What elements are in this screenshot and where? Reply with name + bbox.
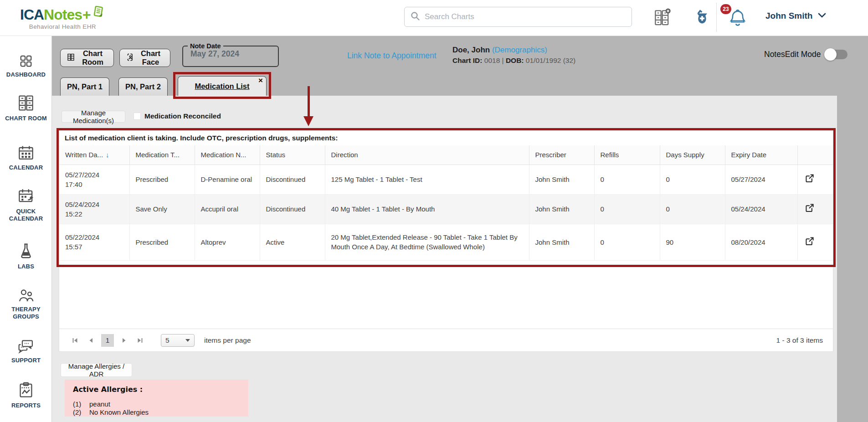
previous-page-button[interactable] (85, 335, 97, 346)
icanotes-logo[interactable]: ICANotes+ Behavioral Health EHR (20, 6, 105, 30)
active-allergies-title: Active Allergies : (73, 385, 248, 394)
logo-document-icon (92, 5, 105, 23)
cell-status: Discontinued (260, 194, 325, 224)
search-icon (410, 11, 420, 23)
sidebar-item-reports[interactable]: REPORTS (0, 381, 52, 409)
sidebar-item-dashboard[interactable]: DASHBOARD (0, 54, 52, 78)
sidebar-label: DASHBOARD (0, 71, 52, 78)
cell-name: Accupril oral (195, 194, 260, 224)
sidebar-item-support[interactable]: SUPPORT (0, 338, 52, 364)
cell-prescriber: John Smith (529, 194, 594, 224)
report-clipboard-icon (18, 392, 34, 400)
cell-days-supply: 0 (660, 165, 725, 194)
tab-pn-part-2[interactable]: PN, Part 2 (118, 77, 168, 96)
tab-pn-part-1[interactable]: PN, Part 1 (60, 77, 109, 96)
medication-grid: List of medication client is taking. Inc… (59, 130, 833, 352)
note-date-field: Note Date May 27, 2024 (182, 42, 279, 67)
sidebar-item-calendar[interactable]: CALENDAR (0, 144, 52, 171)
manage-allergies-button[interactable]: Manage Allergies / ADR (61, 363, 132, 377)
page-size-dropdown[interactable]: 5 (161, 334, 195, 347)
user-menu[interactable]: John Smith (765, 11, 826, 21)
allergy-index: (1) (73, 400, 89, 408)
sidebar-item-labs[interactable]: LABS (0, 242, 52, 270)
allergy-item: (2)No Known Allergies (73, 408, 248, 417)
note-date-value: May 27, 2024 (190, 49, 278, 59)
cell-direction: 125 Mg Tablet - 1 Tablet - Test (325, 165, 529, 194)
demographics-link[interactable]: (Demographics) (492, 46, 547, 54)
chevron-down-icon (818, 12, 826, 20)
open-medication-icon[interactable] (804, 172, 816, 186)
manage-medications-button[interactable]: Manage Medication(s) (62, 111, 125, 123)
items-per-page-label: items per page (204, 336, 251, 345)
search-input[interactable] (425, 12, 626, 21)
dob-label: DOB: (506, 57, 524, 64)
tab-label: Medication List (195, 82, 249, 91)
column-actions (797, 145, 833, 165)
cell-written-date: 05/27/202417:40 (59, 165, 129, 194)
column-expiry-date[interactable]: Expiry Date (725, 145, 797, 165)
tab-medication-list[interactable]: Medication List × (178, 76, 267, 96)
sidebar-label: REPORTS (0, 402, 52, 409)
tab-label: PN, Part 1 (67, 82, 103, 91)
pharmacy-add-icon[interactable] (694, 9, 710, 28)
table-header-row: Written Da...↓ Medication T... Medicatio… (59, 145, 833, 165)
chart-room-button-icon (67, 53, 75, 63)
column-refills[interactable]: Refills (594, 145, 660, 165)
table-row[interactable]: 05/24/202415:22 Save Only Accupril oral … (59, 194, 833, 224)
cell-name: Altoprev (195, 224, 260, 260)
chart-face-button[interactable]: Chart Face (119, 49, 170, 67)
notes-edit-mode: NotesEdit Mode (764, 50, 847, 59)
sidebar-item-quick-calendar[interactable]: QUICK CALENDAR (0, 188, 52, 222)
next-page-button[interactable] (118, 335, 130, 346)
cell-refills: 0 (594, 165, 660, 194)
chart-cabinet-add-icon[interactable] (653, 8, 671, 29)
cell-expiry: 05/27/2024 (725, 165, 797, 194)
cell-prescriber: John Smith (529, 224, 594, 260)
sidebar-label: LABS (0, 263, 52, 270)
sidebar-item-therapy-groups[interactable]: THERAPY GROUPS (0, 288, 52, 320)
column-status[interactable]: Status (260, 145, 325, 165)
user-name: John Smith (765, 11, 812, 21)
tab-close-icon[interactable]: × (258, 77, 263, 84)
column-prescriber[interactable]: Prescriber (529, 145, 594, 165)
column-medication-name[interactable]: Medication N... (195, 145, 260, 165)
open-medication-icon[interactable] (804, 202, 816, 216)
chart-room-button[interactable]: Chart Room (60, 49, 114, 67)
page-number-button[interactable]: 1 (101, 334, 114, 347)
column-written-date[interactable]: Written Da...↓ (59, 145, 129, 165)
column-direction[interactable]: Direction (325, 145, 529, 165)
allergy-name: No Known Allergies (89, 408, 149, 416)
people-icon (17, 296, 35, 304)
main-content: Chart Room Chart Face Note Date May 27, … (52, 36, 868, 422)
logo-subtitle: Behavioral Health EHR (20, 23, 105, 30)
cell-direction: 20 Mg Tablet,Extended Release - 90 Table… (325, 224, 529, 260)
cell-expiry: 05/24/2024 (725, 194, 797, 224)
notifications-bell-icon[interactable] (728, 8, 747, 30)
header-divider (716, 3, 717, 32)
table-row[interactable]: 05/27/202417:40 Prescribed D-Penamine or… (59, 165, 833, 194)
sidebar-label: QUICK CALENDAR (0, 208, 52, 222)
page-size-value: 5 (165, 336, 169, 345)
cell-days-supply: 90 (660, 224, 725, 260)
medication-table: Written Da...↓ Medication T... Medicatio… (59, 145, 833, 261)
column-days-supply[interactable]: Days Supply (660, 145, 725, 165)
cell-type: Prescribed (129, 165, 195, 194)
column-medication-type[interactable]: Medication T... (129, 145, 195, 165)
dropdown-caret-icon (185, 339, 190, 342)
table-row[interactable]: 05/22/202415:57 Prescribed Altoprev Acti… (59, 224, 833, 260)
link-note-to-appointment[interactable]: Link Note to Appointment (347, 51, 437, 61)
last-page-button[interactable] (134, 335, 146, 346)
first-page-button[interactable] (69, 335, 81, 346)
open-medication-icon[interactable] (804, 235, 816, 249)
notes-edit-mode-toggle[interactable] (826, 50, 847, 59)
app-header: ICANotes+ Behavioral Health EHR (0, 0, 868, 36)
sidebar-item-chart-room[interactable]: CHART ROOM (0, 94, 52, 122)
sidebar-label: CALENDAR (0, 164, 52, 171)
note-date-label: Note Date (188, 42, 223, 50)
cell-status: Discontinued (260, 165, 325, 194)
chart-room-button-label: Chart Room (78, 49, 107, 67)
grid-pager: 1 5 items per page 1 - 3 of 3 items (59, 329, 833, 351)
chart-face-button-icon (126, 53, 134, 63)
notes-edit-mode-label: NotesEdit Mode (764, 50, 821, 59)
medication-reconciled-checkbox[interactable] (134, 113, 141, 120)
